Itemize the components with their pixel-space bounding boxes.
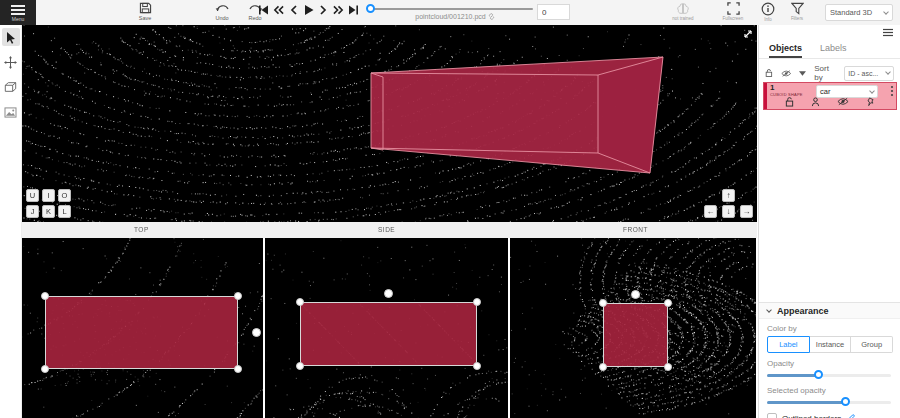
bbox-handle[interactable] bbox=[599, 363, 607, 371]
outlined-borders-label: Outlined borders bbox=[782, 414, 841, 418]
last-frame-button[interactable] bbox=[348, 3, 359, 16]
save-icon bbox=[139, 2, 152, 14]
appearance-header[interactable]: Appearance bbox=[759, 302, 900, 319]
key-i[interactable]: I bbox=[42, 189, 55, 202]
filters-icon bbox=[791, 2, 804, 15]
play-button[interactable] bbox=[303, 3, 314, 16]
key-k[interactable]: K bbox=[42, 205, 55, 218]
view-labels-strip: TOP SIDE FRONT bbox=[22, 222, 757, 238]
tab-objects[interactable]: Objects bbox=[769, 37, 802, 58]
controls-sidebar bbox=[0, 25, 22, 418]
brain-icon bbox=[676, 2, 690, 15]
front-view[interactable] bbox=[510, 238, 756, 418]
tool-draw-cuboid[interactable] bbox=[2, 78, 20, 96]
object-menu-icon[interactable] bbox=[890, 85, 894, 97]
object-label-value: car bbox=[820, 87, 830, 96]
sort-select-value: ID - asc... bbox=[848, 70, 878, 77]
bbox-handle[interactable] bbox=[473, 298, 481, 306]
player-controls bbox=[258, 3, 359, 16]
filters-button[interactable]: Filters bbox=[777, 2, 817, 21]
workspace-select[interactable]: Standard 3D bbox=[825, 4, 893, 21]
bbox-rotate-handle[interactable] bbox=[252, 328, 261, 337]
top-view[interactable] bbox=[22, 238, 263, 418]
color-by-option-label[interactable]: Label bbox=[767, 336, 810, 353]
forward-button[interactable] bbox=[333, 3, 344, 16]
bbox-rotate-handle[interactable] bbox=[631, 290, 640, 299]
object-hidden-button[interactable] bbox=[837, 97, 849, 107]
filename: pointcloud/001210.pcd bbox=[380, 13, 530, 20]
key-j[interactable]: J bbox=[26, 205, 39, 218]
last-frame-icon bbox=[348, 4, 359, 16]
info-label: Info bbox=[764, 17, 772, 22]
side-view-bbox[interactable] bbox=[300, 302, 477, 366]
bbox-handle[interactable] bbox=[664, 363, 672, 371]
object-pin-button[interactable] bbox=[866, 97, 875, 107]
collapse-sidebar-icon[interactable] bbox=[882, 28, 894, 37]
bbox-handle[interactable] bbox=[41, 292, 49, 300]
selected-opacity-slider-handle[interactable] bbox=[841, 397, 850, 406]
bbox-handle[interactable] bbox=[234, 365, 242, 373]
workspace-select-value: Standard 3D bbox=[830, 8, 872, 17]
ai-tools-button[interactable]: not trained bbox=[663, 2, 703, 21]
object-item[interactable]: 1 CUBOID SHAPE car bbox=[763, 82, 897, 110]
top-view-bbox[interactable] bbox=[45, 296, 238, 369]
save-button[interactable]: Save bbox=[130, 2, 160, 21]
object-lock-button[interactable] bbox=[785, 97, 794, 107]
undo-button[interactable]: Undo bbox=[207, 2, 237, 21]
tool-cursor[interactable] bbox=[2, 28, 20, 46]
front-view-bbox[interactable] bbox=[603, 303, 668, 367]
bbox-handle[interactable] bbox=[664, 299, 672, 307]
key-l[interactable]: L bbox=[58, 205, 71, 218]
chevron-down-icon bbox=[766, 307, 772, 313]
key-arrow-right[interactable]: → bbox=[740, 205, 753, 218]
lock-all-icon[interactable] bbox=[765, 68, 773, 78]
bbox-handle[interactable] bbox=[296, 362, 304, 370]
play-icon bbox=[303, 4, 314, 16]
arrow-keys-hint: ↑ ← ↓ → bbox=[704, 189, 753, 218]
first-frame-button[interactable] bbox=[258, 3, 269, 16]
tab-labels[interactable]: Labels bbox=[820, 37, 847, 58]
frame-number-input[interactable] bbox=[537, 4, 570, 20]
link-icon[interactable] bbox=[488, 13, 495, 20]
key-u[interactable]: U bbox=[26, 189, 39, 202]
key-o[interactable]: O bbox=[58, 189, 71, 202]
key-arrow-down[interactable]: ↓ bbox=[722, 205, 735, 218]
sort-select[interactable]: ID - asc... bbox=[844, 66, 894, 81]
edit-color-icon[interactable] bbox=[846, 414, 855, 418]
tool-photo-context[interactable] bbox=[2, 103, 20, 121]
selected-opacity-slider[interactable] bbox=[767, 398, 891, 407]
side-view[interactable] bbox=[265, 238, 508, 418]
outlined-borders-checkbox[interactable] bbox=[767, 413, 777, 418]
next-frame-button[interactable] bbox=[318, 3, 329, 16]
bbox-handle[interactable] bbox=[473, 362, 481, 370]
frame-slider-handle[interactable] bbox=[366, 4, 375, 13]
resize-view-icon[interactable] bbox=[743, 29, 753, 39]
color-by-option-group[interactable]: Group bbox=[851, 336, 893, 353]
object-occluded-button[interactable] bbox=[811, 97, 820, 107]
expand-all-icon[interactable] bbox=[799, 71, 806, 76]
bbox-handle[interactable] bbox=[41, 365, 49, 373]
frame-slider[interactable] bbox=[370, 8, 533, 10]
color-by-option-instance[interactable]: Instance bbox=[810, 336, 852, 353]
opacity-slider-handle[interactable] bbox=[814, 370, 823, 379]
bbox-rotate-handle[interactable] bbox=[384, 289, 393, 298]
perspective-view[interactable]: U I O J K L ↑ ← ↓ → bbox=[22, 25, 757, 222]
pointcloud-canvas[interactable] bbox=[22, 25, 757, 222]
hide-all-icon[interactable] bbox=[781, 69, 791, 78]
next-frame-icon bbox=[319, 4, 328, 16]
bbox-handle[interactable] bbox=[599, 299, 607, 307]
selected-opacity-label: Selected opacity bbox=[767, 386, 892, 395]
key-arrow-left[interactable]: ← bbox=[704, 205, 717, 218]
previous-frame-button[interactable] bbox=[288, 3, 299, 16]
opacity-slider[interactable] bbox=[767, 371, 891, 380]
tool-move[interactable] bbox=[2, 53, 20, 71]
cursor-icon bbox=[5, 31, 17, 44]
key-arrow-up[interactable]: ↑ bbox=[722, 189, 735, 202]
backward-button[interactable] bbox=[273, 3, 284, 16]
top-view-label: TOP bbox=[134, 226, 149, 233]
previous-frame-icon bbox=[289, 4, 298, 16]
menu-button[interactable]: Menu bbox=[0, 0, 36, 25]
bbox-handle[interactable] bbox=[234, 292, 242, 300]
bbox-handle[interactable] bbox=[296, 298, 304, 306]
fullscreen-button[interactable]: Fullscreen bbox=[713, 2, 753, 21]
